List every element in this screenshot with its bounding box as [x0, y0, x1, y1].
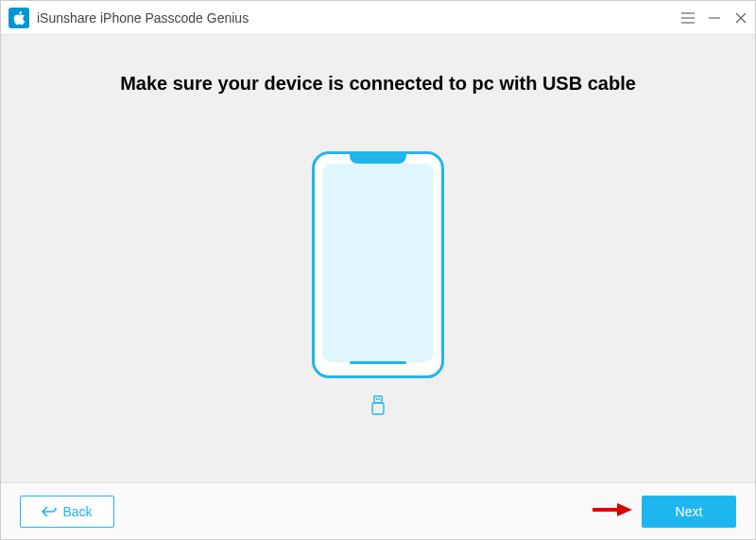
app-logo-icon	[9, 8, 29, 28]
phone-notch	[350, 154, 406, 164]
menu-button[interactable]	[681, 11, 695, 25]
phone-home-indicator	[350, 361, 406, 364]
close-button[interactable]	[734, 11, 747, 25]
phone-icon	[312, 151, 444, 378]
usb-icon	[370, 395, 386, 420]
page-heading: Make sure your device is connected to pc…	[120, 73, 636, 95]
phone-screen	[322, 164, 434, 362]
next-button-label: Next	[676, 504, 703, 519]
footer: Back Next	[1, 482, 755, 539]
main-content: Make sure your device is connected to pc…	[1, 35, 755, 482]
back-arrow-icon	[42, 506, 57, 517]
app-title: iSunshare iPhone Passcode Genius	[37, 10, 681, 26]
next-button[interactable]: Next	[642, 496, 736, 528]
svg-rect-7	[376, 398, 378, 400]
titlebar: iSunshare iPhone Passcode Genius	[1, 1, 755, 35]
back-button[interactable]: Back	[20, 496, 114, 528]
device-illustration	[312, 151, 444, 420]
back-button-label: Back	[62, 504, 92, 519]
minimize-button[interactable]	[708, 11, 721, 25]
svg-rect-6	[374, 396, 382, 403]
svg-rect-9	[372, 403, 384, 414]
svg-marker-11	[617, 503, 632, 516]
svg-rect-8	[379, 398, 381, 400]
window-controls	[681, 11, 747, 25]
highlight-arrow-icon	[591, 501, 632, 522]
